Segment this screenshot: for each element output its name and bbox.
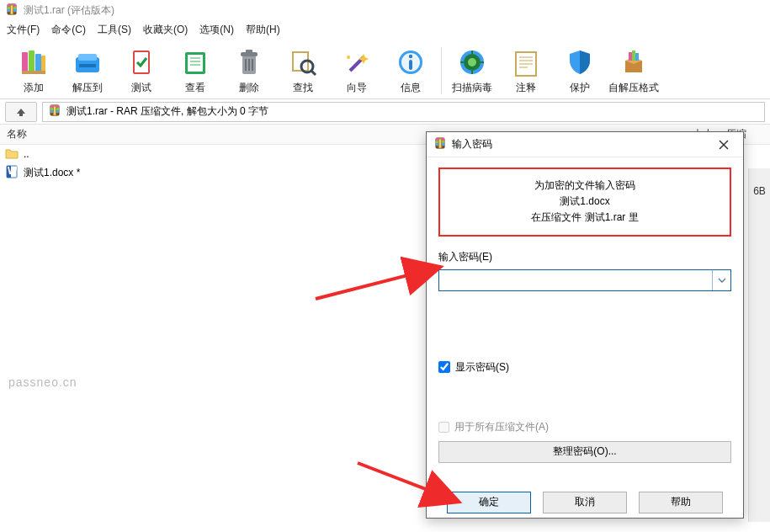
toolbar-find-label: 查找 [293, 81, 313, 95]
toolbar-view-label: 查看 [185, 81, 205, 95]
toolbar-comment-label: 注释 [516, 81, 536, 95]
menu-favorites[interactable]: 收藏夹(O) [143, 23, 188, 37]
toolbar-delete-label: 删除 [239, 81, 259, 95]
toolbar-comment-button[interactable]: 注释 [499, 43, 553, 98]
chevron-down-icon [718, 278, 726, 283]
svg-point-37 [468, 58, 476, 66]
address-field[interactable]: 测试1.rar - RAR 压缩文件, 解包大小为 0 字节 [42, 102, 765, 122]
winrar-archive-icon [48, 104, 61, 120]
menu-options[interactable]: 选项(N) [199, 23, 234, 37]
password-label: 输入密码(E) [438, 250, 731, 264]
watermark: passneo.cn [8, 375, 77, 389]
toolbar-delete-button[interactable]: 删除 [222, 43, 276, 98]
svg-rect-11 [78, 54, 97, 61]
toolbar-test-button[interactable]: 测试 [114, 43, 168, 98]
address-bar: 测试1.rar - RAR 压缩文件, 解包大小为 0 字节 [0, 99, 770, 125]
password-dialog: 输入密码 为加密的文件输入密码 测试1.docx 在压缩文件 测试1.rar 里… [426, 131, 744, 519]
toolbar-protect-button[interactable]: 保护 [553, 43, 607, 98]
password-dropdown-button[interactable] [712, 270, 730, 290]
dialog-header-box: 为加密的文件输入密码 测试1.docx 在压缩文件 测试1.rar 里 [438, 168, 731, 237]
toolbar-sfx-label: 自解压格式 [608, 81, 659, 95]
comment-icon [509, 45, 543, 79]
help-button[interactable]: 帮助 [639, 492, 723, 513]
svg-rect-56 [54, 106, 56, 115]
menu-file[interactable]: 文件(F) [7, 23, 40, 37]
svg-rect-51 [635, 53, 639, 61]
svg-line-28 [311, 71, 316, 75]
right-info-strip: 6B [748, 168, 770, 522]
toolbar-add-button[interactable]: 添加 [7, 43, 61, 98]
password-combobox[interactable] [438, 269, 731, 291]
svg-rect-14 [135, 52, 148, 72]
svg-rect-12 [79, 64, 96, 67]
virus-scan-icon [455, 45, 489, 79]
apply-all-label: 用于所有压缩文件(A) [454, 420, 549, 434]
show-password-input[interactable] [438, 361, 450, 373]
show-password-label: 显示密码(S) [455, 360, 509, 375]
ok-button[interactable]: 确定 [447, 492, 531, 513]
dialog-body: 为加密的文件输入密码 测试1.docx 在压缩文件 测试1.rar 里 输入密码… [427, 157, 743, 522]
toolbar-virus-label: 扫描病毒 [452, 81, 492, 95]
toolbar-extract-button[interactable]: 解压到 [61, 43, 114, 98]
close-button[interactable] [711, 135, 736, 155]
arrow-up-icon [15, 106, 27, 118]
apply-all-input[interactable] [438, 422, 449, 433]
address-text: 测试1.rar - RAR 压缩文件, 解包大小为 0 字节 [66, 104, 268, 119]
titlebar: 测试1.rar (评估版本) [0, 0, 770, 20]
svg-rect-6 [29, 51, 35, 74]
svg-rect-50 [632, 51, 635, 61]
toolbar-virus-button[interactable]: 扫描病毒 [445, 43, 499, 98]
winrar-dialog-icon [433, 136, 447, 152]
magnifier-icon [286, 45, 320, 79]
toolbar-wizard-button[interactable]: 向导 [330, 43, 384, 98]
toolbar: 添加 解压到 测试 查看 删除 查找 向导 [0, 39, 770, 99]
svg-rect-49 [629, 52, 632, 61]
trash-icon [232, 45, 266, 79]
svg-rect-64 [439, 139, 442, 148]
menu-help[interactable]: 帮助(H) [246, 23, 280, 37]
up-button[interactable] [5, 102, 37, 122]
svg-rect-22 [246, 50, 252, 53]
close-icon [719, 140, 729, 150]
dialog-titlebar: 输入密码 [427, 132, 743, 157]
book-open-icon [178, 45, 212, 79]
menubar: 文件(F) 命令(C) 工具(S) 收藏夹(O) 选项(N) 帮助(H) [0, 20, 770, 39]
menu-tools[interactable]: 工具(S) [98, 23, 131, 37]
info-icon [394, 45, 427, 79]
show-password-checkbox[interactable]: 显示密码(S) [438, 360, 731, 375]
toolbar-info-button[interactable]: 信息 [384, 43, 438, 98]
menu-command[interactable]: 命令(C) [51, 23, 86, 37]
apply-all-checkbox[interactable]: 用于所有压缩文件(A) [438, 420, 731, 434]
toolbar-add-label: 添加 [24, 81, 44, 95]
right-strip-text: 6B [753, 185, 766, 197]
svg-rect-4 [11, 5, 13, 14]
svg-point-30 [347, 56, 350, 59]
docx-icon: W [5, 165, 19, 181]
book-check-icon [125, 45, 158, 79]
svg-text:W: W [8, 165, 18, 177]
svg-rect-34 [409, 60, 412, 70]
books-stack-icon [17, 45, 50, 79]
toolbar-wizard-label: 向导 [347, 81, 367, 95]
toolbar-find-button[interactable]: 查找 [276, 43, 330, 98]
toolbar-sfx-button[interactable]: 自解压格式 [607, 43, 661, 98]
toolbar-extract-label: 解压到 [72, 81, 103, 95]
svg-point-33 [409, 54, 412, 57]
dialog-title: 输入密码 [452, 137, 706, 152]
folder-up-icon [5, 146, 19, 162]
cancel-button[interactable]: 取消 [543, 492, 627, 513]
dialog-buttons: 确定 取消 帮助 [438, 492, 731, 513]
toolbar-view-button[interactable]: 查看 [168, 43, 222, 98]
password-input[interactable] [439, 270, 712, 290]
organize-passwords-button[interactable]: 整理密码(O)... [438, 441, 731, 463]
winrar-app-icon [5, 3, 19, 19]
toolbar-separator [441, 47, 442, 94]
shield-icon [563, 45, 597, 79]
drawer-open-icon [71, 45, 104, 79]
header-line3: 在压缩文件 测试1.rar 里 [445, 210, 725, 226]
magic-wand-icon [340, 45, 374, 79]
box-open-icon [617, 45, 651, 79]
header-line2: 测试1.docx [445, 194, 725, 210]
window-title: 测试1.rar (评估版本) [24, 3, 114, 18]
toolbar-protect-label: 保护 [570, 81, 590, 95]
